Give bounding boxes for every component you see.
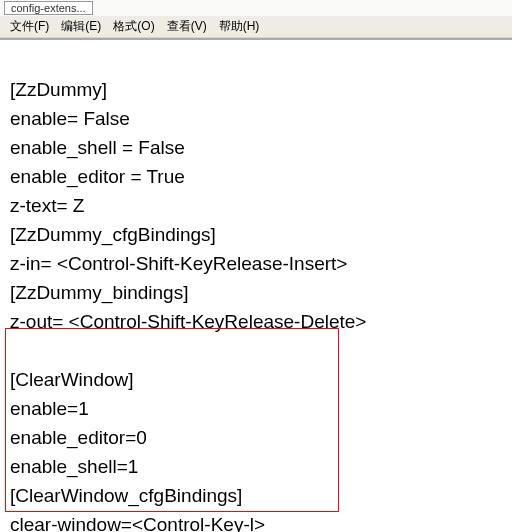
text-content: [ZzDummy] enable= False enable_shell = F… — [10, 46, 506, 532]
titlebar: config-extens... — [0, 0, 512, 16]
text-line: enable_shell = False — [10, 137, 185, 158]
text-line: [ClearWindow] — [10, 369, 134, 390]
menu-help[interactable]: 帮助(H) — [213, 16, 266, 37]
text-line: enable_editor = True — [10, 166, 185, 187]
menu-view[interactable]: 查看(V) — [161, 16, 213, 37]
editor-area[interactable]: [ZzDummy] enable= False enable_shell = F… — [0, 38, 512, 532]
text-line: enable= False — [10, 108, 130, 129]
text-line: [ZzDummy_cfgBindings] — [10, 224, 216, 245]
text-line: z-text= Z — [10, 195, 84, 216]
text-line: [ZzDummy_bindings] — [10, 282, 188, 303]
menu-file[interactable]: 文件(F) — [4, 16, 55, 37]
title-tab: config-extens... — [4, 1, 93, 15]
text-line: enable=1 — [10, 398, 89, 419]
menu-format[interactable]: 格式(O) — [107, 16, 160, 37]
text-line: z-in= <Control-Shift-KeyRelease-Insert> — [10, 253, 347, 274]
text-line: enable_editor=0 — [10, 427, 147, 448]
menu-edit[interactable]: 编辑(E) — [55, 16, 107, 37]
text-line: enable_shell=1 — [10, 456, 138, 477]
menubar: 文件(F) 编辑(E) 格式(O) 查看(V) 帮助(H) — [0, 16, 512, 38]
text-line: [ClearWindow_cfgBindings] — [10, 485, 242, 506]
text-line: z-out= <Control-Shift-KeyRelease-Delete> — [10, 311, 366, 332]
text-line: clear-window=<Control-Key-l> — [10, 514, 265, 532]
title-label: config-extens... — [11, 2, 86, 14]
text-line: [ZzDummy] — [10, 79, 107, 100]
